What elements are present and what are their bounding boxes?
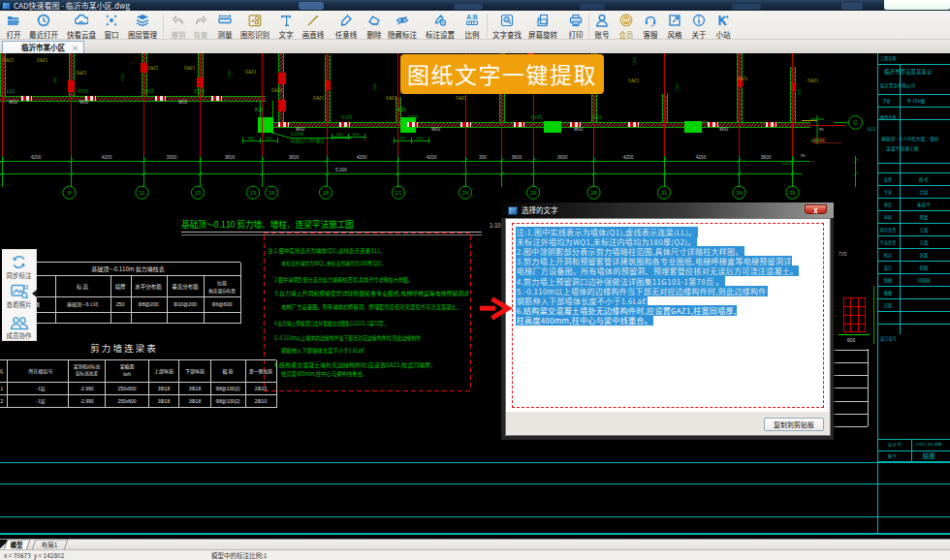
- svg-text:-2.990: -2.990: [79, 398, 93, 404]
- svg-text:90: 90: [801, 152, 806, 158]
- svg-text:电梯厂方设备图。所有墙体的预留洞、预埋套管应核对无误后方可浇: 电梯厂方设备图。所有墙体的预留洞、预埋套管应核对无误后方可浇注混凝土。: [281, 302, 461, 311]
- svg-text:4200: 4200: [696, 155, 707, 160]
- svg-text:31: 31: [661, 190, 668, 196]
- svg-text:600: 600: [353, 132, 361, 137]
- svg-text:W02: W02: [9, 98, 18, 105]
- svg-text:2: 2: [1, 398, 4, 404]
- svg-text:GY25: GY25: [194, 87, 206, 94]
- svg-text:1: 1: [1, 386, 4, 391]
- svg-text:模型: 模型: [11, 540, 24, 549]
- svg-text:墙厚: 墙厚: [114, 283, 126, 291]
- svg-text:Φ6@600: Φ6@600: [212, 301, 233, 307]
- svg-text:3Φ18: 3Φ18: [158, 386, 171, 391]
- svg-text:设计: 设计: [884, 264, 892, 271]
- svg-text:王磊: 王磊: [919, 239, 929, 246]
- svg-text:布局1: 布局1: [42, 540, 58, 549]
- svg-text:W02: W02: [79, 98, 89, 105]
- svg-text:连梁平法施工图: 连梁平法施工图: [886, 144, 919, 152]
- svg-text:GY25: GY25: [78, 87, 89, 94]
- svg-text:4200: 4200: [31, 155, 42, 160]
- svg-text:基础顶~-0.110 剪力墙、墙柱、连梁平法施工图: 基础顶~-0.110 剪力墙、墙柱、连梁平法施工图: [181, 217, 354, 231]
- svg-text:号: 号: [0, 367, 4, 375]
- svg-text:2 图中涂阴影部分表示剪力墙暗柱范围,具体尺寸详暗柱大样图。: 2 图中涂阴影部分表示剪力墙暗柱范围,具体尺寸详暗柱大样图。: [274, 275, 413, 284]
- svg-text:4200: 4200: [102, 155, 112, 160]
- svg-text:B-16#楼: B-16#楼: [907, 97, 925, 105]
- svg-text:250x600: 250x600: [117, 398, 136, 404]
- svg-text:2Φ10: 2Φ10: [255, 386, 268, 391]
- svg-text:900: 900: [52, 77, 57, 83]
- svg-text:结施: 结施: [923, 451, 936, 460]
- svg-text:专业负责: 专业负责: [880, 239, 897, 246]
- svg-text:钢筋伸入下部墙体长度不小于1.6LaE: 钢筋伸入下部墙体长度不小于1.6LaE: [281, 346, 364, 355]
- svg-text:3Φ18: 3Φ18: [189, 398, 202, 404]
- svg-text:设 计 号: 设 计 号: [888, 442, 902, 448]
- svg-text:26: 26: [530, 190, 537, 196]
- svg-text:34: 34: [736, 190, 743, 196]
- svg-text:3300: 3300: [167, 155, 177, 160]
- svg-text:所在楼层号: 所在楼层号: [28, 367, 52, 375]
- svg-text:250: 250: [116, 301, 125, 307]
- svg-text:GAZ1: GAZ1: [147, 65, 159, 71]
- svg-text:张磊: 张磊: [919, 252, 929, 259]
- svg-text:审核: 审核: [884, 214, 893, 221]
- svg-text:28: 28: [590, 190, 597, 196]
- svg-text:1050: 1050: [632, 56, 637, 66]
- svg-text:王磊: 王磊: [919, 227, 929, 233]
- svg-text:3600: 3600: [512, 155, 522, 160]
- svg-text:GY25: GY25: [531, 113, 543, 120]
- svg-text:设计证号: 设计证号: [880, 335, 897, 342]
- svg-text:300: 300: [479, 155, 487, 160]
- svg-text:bxh: bxh: [123, 372, 131, 377]
- svg-text:水平分布筋: 水平分布筋: [135, 283, 162, 291]
- svg-text:GAZ1: GAZ1: [386, 95, 397, 101]
- svg-text:36: 36: [789, 190, 796, 196]
- svg-text:注:1.图中实线表示为墙体(Q1),虚线表示连梁(LL)。: 注:1.图中实线表示为墙体(Q1),虚线表示连梁(LL)。: [268, 246, 385, 255]
- svg-text:900: 900: [797, 88, 802, 95]
- svg-text:图纸名称: 图纸名称: [880, 114, 897, 121]
- svg-text:梅花双向布置: 梅花双向布置: [208, 288, 236, 295]
- svg-text:GY25: GY25: [591, 113, 603, 120]
- svg-text:600: 600: [417, 136, 425, 140]
- svg-text:GY25: GY25: [407, 113, 419, 120]
- svg-text:梁顶相对标高: 梁顶相对标高: [74, 363, 101, 370]
- svg-text:剪 力 墙 连 梁 表: 剪 力 墙 连 梁 表: [90, 341, 156, 355]
- svg-text:C: C: [853, 119, 858, 126]
- svg-text:S2011-161-结施: S2011-161-结施: [915, 442, 941, 447]
- svg-text:Φ8@100(2): Φ8@100(2): [215, 399, 240, 404]
- svg-text:K23: K23: [397, 106, 406, 112]
- svg-text:5,000: 5,000: [335, 168, 347, 172]
- svg-text:6.结构梁交混凝土墙处无边缘构件时,应设置GAZ1,柱宽同墙: 6.结构梁交混凝土墙处无边缘构件时,应设置GAZ1,柱宽同墙厚,: [274, 360, 432, 369]
- svg-text:审定: 审定: [884, 202, 892, 208]
- svg-text:箍 筋: 箍 筋: [222, 367, 233, 375]
- svg-text:240: 240: [266, 136, 273, 140]
- svg-text:15: 15: [250, 190, 257, 196]
- svg-text:Φ10@200: Φ10@200: [174, 301, 197, 307]
- svg-text:240: 240: [399, 136, 407, 140]
- svg-text:715: 715: [839, 250, 847, 257]
- svg-text:GAZ1: GAZ1: [3, 57, 15, 63]
- svg-text:8: 8: [68, 190, 72, 196]
- svg-text:合显: 合显: [919, 189, 929, 196]
- svg-text:21: 21: [396, 190, 402, 196]
- svg-text:现浇段: 现浇段: [812, 137, 826, 143]
- svg-text:W02: W02: [719, 125, 729, 132]
- svg-text:GAZ1: GAZ1: [313, 95, 325, 101]
- svg-text:朱培平: 朱培平: [917, 202, 931, 208]
- svg-text:Φ8@200: Φ8@200: [139, 301, 159, 307]
- svg-text:4200: 4200: [357, 155, 367, 160]
- svg-text:GAZ1: GAZ1: [808, 78, 819, 83]
- svg-text:5.-0.110m以上墙体的边缘构件当下部无对应边缘构件时,: 5.-0.110m以上墙体的边缘构件当下部无对应边缘构件时,则此边缘构件: [274, 333, 421, 342]
- svg-text:日期: 日期: [884, 302, 892, 309]
- svg-text:项目负责: 项目负责: [880, 227, 897, 233]
- svg-text:GAZ1: GAZ1: [628, 78, 640, 83]
- svg-text:24: 24: [462, 190, 469, 196]
- svg-text:标高比1.700 移正: 标高比1.700 移正: [291, 138, 325, 144]
- svg-text:临沂市罗庄区某泰全: 临沂市罗庄区某泰全: [884, 68, 933, 76]
- svg-text:3600: 3600: [761, 155, 772, 160]
- svg-text:图 号: 图 号: [888, 453, 897, 459]
- svg-text:拉筋: 拉筋: [217, 279, 227, 287]
- svg-text:描图: 描图: [884, 290, 892, 296]
- svg-text:GAZ1: GAZ1: [76, 70, 87, 76]
- svg-text:GAZ1: GAZ1: [245, 69, 257, 75]
- svg-text:LL2: LL2: [7, 87, 15, 94]
